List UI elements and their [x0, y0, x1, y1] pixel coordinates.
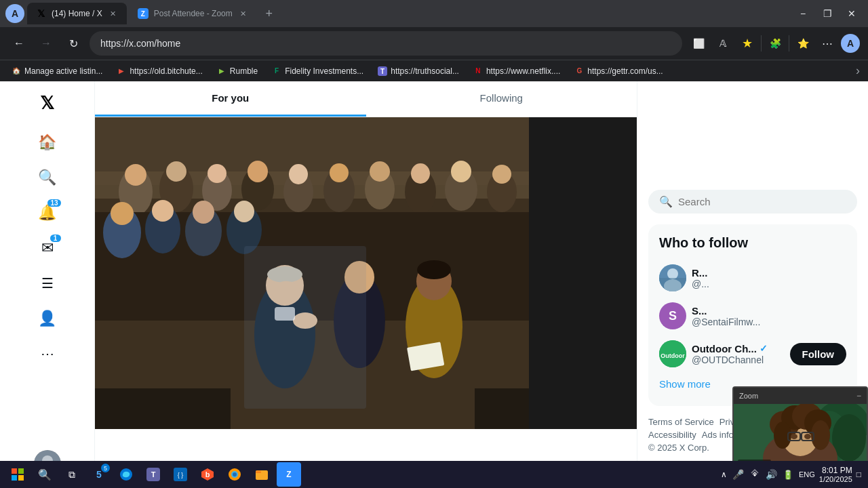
bookmark-fidelity-favicon: F: [271, 66, 282, 77]
nav-profile[interactable]: 👤: [31, 302, 64, 335]
bookmark-truth[interactable]: T https://truthsocial...: [372, 63, 465, 79]
zoom-minimize-btn[interactable]: −: [856, 391, 861, 401]
forward-button[interactable]: →: [35, 33, 57, 54]
taskbar-app-zoom[interactable]: Z: [277, 462, 301, 487]
home-icon: 🏠: [38, 134, 56, 151]
nav-notifications[interactable]: 🔔 13: [31, 197, 64, 229]
taskbar-search-btn[interactable]: 🔍: [33, 462, 57, 487]
taskbar-app-firefox[interactable]: [222, 462, 247, 487]
svg-rect-91: [256, 470, 261, 473]
start-button[interactable]: [5, 462, 30, 487]
svg-point-63: [774, 422, 791, 449]
extensions-btn[interactable]: 🧩: [764, 33, 786, 54]
tab-following[interactable]: Following: [366, 81, 637, 117]
new-tab-button[interactable]: +: [260, 4, 279, 23]
footer-accessibility[interactable]: Accessibility: [648, 430, 696, 440]
taskbar: 🔍 ⧉ 5 5 T { } b Z ∧ 🎤 🔊 🔋 ENG 8:01 PM: [0, 461, 868, 488]
svg-point-44: [417, 260, 451, 279]
address-bar[interactable]: https://x.com/home: [90, 31, 682, 56]
taskbar-app-files[interactable]: [250, 462, 274, 487]
who-to-follow-section: Who to follow R... @...: [648, 224, 857, 406]
nav-home[interactable]: 🏠: [31, 126, 64, 159]
follow-info-sentai: S... @SentaiFilmw...: [692, 305, 846, 327]
close-button[interactable]: ✕: [841, 3, 863, 24]
messages-badge: 1: [50, 235, 61, 242]
svg-rect-77: [12, 475, 17, 481]
wifi-icon[interactable]: [748, 467, 762, 483]
bookmarks-more-button[interactable]: ›: [853, 64, 863, 78]
search-box[interactable]: 🔍: [648, 190, 857, 214]
bookmark-manage[interactable]: 🏠 Manage active listin...: [5, 63, 108, 79]
follow-button-outdoor[interactable]: Follow: [790, 343, 847, 365]
taskbar-app-teams[interactable]: T: [141, 462, 165, 487]
svg-rect-49: [95, 388, 231, 429]
footer-terms[interactable]: Terms of Service: [648, 417, 714, 427]
taskbar-app-vscode[interactable]: { }: [168, 462, 193, 487]
search-icon: 🔍: [38, 169, 56, 186]
svg-point-25: [451, 161, 471, 182]
nav-explore[interactable]: 🔍: [31, 161, 64, 194]
restore-button[interactable]: ❐: [816, 3, 838, 24]
minimize-button[interactable]: −: [792, 3, 814, 24]
feed-tabs: For you Following: [95, 81, 637, 117]
tab-x-title: (14) Home / X: [52, 9, 102, 18]
bookmark-netflix[interactable]: N https://www.netflix....: [467, 63, 566, 79]
volume-icon[interactable]: 🔊: [764, 468, 778, 481]
widgets-btn[interactable]: 5 5: [87, 462, 111, 487]
svg-point-21: [370, 161, 390, 182]
refresh-button[interactable]: ↻: [62, 33, 84, 54]
widgets-badge: 5: [101, 464, 110, 472]
favorites-sidebar-btn[interactable]: ⭐: [792, 33, 814, 54]
follow-avatar-outdoor[interactable]: Outdoor: [659, 340, 686, 367]
taskbar-clock[interactable]: 8:01 PM 1/20/2025: [819, 466, 852, 483]
battery-icon[interactable]: 🔋: [781, 468, 795, 481]
language-icon[interactable]: ENG: [797, 469, 816, 480]
footer-ads[interactable]: Ads info: [702, 430, 734, 440]
edge-profile-btn[interactable]: A: [841, 34, 860, 53]
lists-icon: ☰: [41, 275, 54, 291]
follow-avatar-sentai[interactable]: S: [659, 302, 686, 329]
task-view-btn[interactable]: ⧉: [60, 462, 84, 487]
nav-bar: ← → ↻ https://x.com/home ⬜ 𝔸 ★ 🧩 ⭐ ⋯ A: [0, 27, 868, 60]
bookmark-gettr[interactable]: G https://gettr.com/us...: [568, 63, 668, 79]
svg-rect-76: [18, 468, 24, 474]
nav-lists[interactable]: ☰: [31, 267, 64, 300]
bookmark-rumble[interactable]: ▶ Rumble: [211, 63, 263, 79]
tab-x[interactable]: 𝕏 (14) Home / X ✕: [27, 3, 127, 24]
read-aloud-btn[interactable]: 𝔸: [712, 33, 734, 54]
tab-zoom-close[interactable]: ✕: [238, 8, 249, 19]
search-input[interactable]: [678, 196, 846, 207]
svg-text:{ }: { }: [178, 472, 184, 479]
favorites-btn[interactable]: ★: [736, 33, 758, 54]
svg-rect-78: [18, 475, 24, 481]
taskbar-app-brave[interactable]: b: [195, 462, 220, 487]
more-options-btn[interactable]: ⋯: [816, 33, 838, 54]
x-logo[interactable]: 𝕏: [31, 87, 64, 119]
tab-for-you[interactable]: For you: [95, 81, 366, 117]
taskbar-app-edge[interactable]: [114, 462, 138, 487]
tab-x-close[interactable]: ✕: [108, 8, 119, 19]
follow-info-outdoor: Outdoor Ch... ✓ @OUTDChannel: [692, 343, 785, 365]
search-icon: 🔍: [659, 195, 673, 208]
screen-capture-btn[interactable]: ⬜: [688, 33, 709, 54]
notification-center-icon[interactable]: □: [855, 468, 863, 481]
svg-point-88: [233, 472, 237, 476]
svg-point-17: [289, 164, 308, 184]
svg-rect-50: [475, 388, 529, 429]
follow-avatar-r[interactable]: [659, 264, 686, 291]
system-tray-show-hidden[interactable]: ∧: [719, 468, 728, 481]
browser-profile-icon[interactable]: A: [5, 4, 24, 23]
back-button[interactable]: ←: [8, 33, 30, 54]
nav-more[interactable]: ⋯: [31, 338, 64, 370]
bookmark-bitchute[interactable]: ▶ https://old.bitchute...: [111, 63, 208, 79]
svg-point-23: [411, 163, 430, 184]
svg-point-55: [832, 414, 866, 462]
microphone-icon[interactable]: 🎤: [731, 468, 745, 481]
svg-point-36: [234, 201, 254, 222]
bookmark-fidelity[interactable]: F Fidelity Investments...: [266, 63, 369, 79]
post-media[interactable]: [95, 117, 637, 429]
svg-text:Z: Z: [286, 470, 291, 479]
svg-text:T: T: [151, 470, 156, 479]
tab-zoom[interactable]: Z Post Attendee - Zoom ✕: [130, 3, 257, 24]
nav-messages[interactable]: ✉ 1: [31, 232, 64, 264]
